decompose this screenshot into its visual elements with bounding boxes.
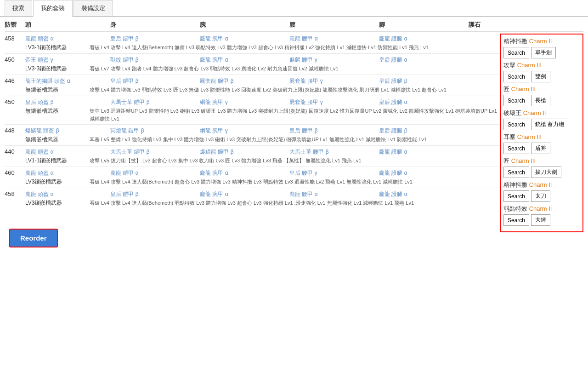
cell-name: 龐龍 頭盔 α (25, 35, 110, 43)
charm-item: 匠 Charm IIISearch拔刀大劍 (503, 157, 580, 178)
weapon-label: 無鑲嵌槽武器 (25, 86, 90, 94)
weapon-label: LV3鑲嵌槽武器 (25, 199, 90, 207)
header-body: 身 (110, 21, 200, 29)
equipment-row-group: 448爆鱗龍 頭盔 β冥燈龍 鎧甲 β綱龍 腕甲 γ皇后 腰甲 β皇后 護腿 β… (5, 126, 500, 146)
cell-name: 大馬士革 鎧甲 β (110, 98, 200, 106)
weapon-type-button[interactable]: 單手劍 (531, 47, 556, 58)
tab-search[interactable]: 搜索 (5, 0, 32, 16)
cell-name: 帝王 頭盔 γ (25, 56, 110, 64)
search-button[interactable]: Search (503, 119, 529, 130)
cell-name: 麒麟 腰甲 γ (289, 56, 379, 64)
table-row: 450皇后 頭盔 β大馬士革 鎧甲 β綱龍 腕甲 γ屍套龍 腰甲 γ皇后 護腿 … (5, 97, 500, 106)
search-button[interactable]: Search (503, 167, 529, 178)
cell-name: 龐龍 護腿 α (379, 148, 469, 156)
cell-name: 屍套龍 腕甲 β (200, 77, 289, 85)
search-button[interactable]: Search (503, 214, 529, 226)
weapon-type-button[interactable]: 大錘 (531, 214, 550, 226)
equipment-row-group: 450皇后 頭盔 β大馬士革 鎧甲 β綱龍 腕甲 γ屍套龍 腰甲 γ皇后 護腿 … (5, 97, 500, 125)
tab-equipment-settings[interactable]: 裝備設定 (74, 0, 113, 16)
charm-label: 攻擊 Charm III (503, 61, 580, 69)
search-button[interactable]: Search (503, 95, 529, 106)
weapon-type-button[interactable]: 雙劍 (531, 71, 550, 82)
table-row: 458龐龍 頭盔 α皇后 鎧甲 β龐龍 腕甲 α龐龍 腰甲 α龐龍 護腿 α (5, 34, 500, 43)
cell-name: 龐龍 腰甲 α (289, 35, 379, 43)
cell-score: 450 (5, 56, 25, 63)
equipment-row-group: 458龐龍 頭盔 α皇后 鎧甲 β龐龍 腕甲 α龐龍 腰甲 α龐龍 護腿 αLV… (5, 34, 500, 54)
equipment-row-group: 460龐龍 頭盔 α龐龍 鎧甲 α龐龍 腕甲 α皇后 腰甲 γ龐龍 護腿 αLV… (5, 168, 500, 188)
header-waist: 腰 (289, 21, 379, 29)
charm-buttons: Search盾斧 (503, 143, 580, 154)
cell-name: 綱龍 腕甲 γ (200, 98, 289, 106)
charm-buttons: Search長槍 (503, 95, 580, 106)
cell-name: 爆鱗龍 頭盔 β (25, 127, 110, 135)
charm-buttons: Search銃槍 蓄力砲 (503, 119, 580, 130)
cell-name: 屍套龍 腰甲 γ (289, 77, 379, 85)
cell-name: 龐龍 腕甲 α (200, 190, 289, 198)
charm-buttons: Search拔刀大劍 (503, 167, 580, 178)
skills-text: 攻擊 Lv5 拔刀術【技】 Lv3 超會心 Lv3 集中 Lv3 收刀術 Lv3… (90, 157, 500, 165)
cell-name: 龍王的獨眼 頭盔 α (25, 77, 110, 85)
cell-name: 獸紋 鎧甲 β (110, 56, 200, 64)
skills-text: 集中 Lv3 迴避距離UP Lv3 防禦性能 Lv3 砲術 Lv3 破壞王 Lv… (90, 107, 500, 122)
weapon-type-button[interactable]: 銃槍 蓄力砲 (531, 119, 568, 130)
skills-text: 看破 Lv4 攻擊 Lv4 達人藝(Behemoth) 無傭 Lv3 弱點特效 … (90, 44, 500, 52)
cell-score: 450 (5, 98, 25, 105)
cell-name: 皇后 腰甲 β (289, 127, 379, 135)
reorder-button[interactable]: Reorder (9, 229, 58, 247)
weapon-type-button[interactable]: 拔刀大劍 (531, 167, 561, 178)
equipment-area: 458龐龍 頭盔 α皇后 鎧甲 β龐龍 腕甲 α龐龍 腰甲 α龐龍 護腿 αLV… (5, 34, 583, 232)
cell-name: 龐龍 鎧甲 α (110, 169, 200, 177)
cell-name: 龐龍 護腿 α (379, 169, 469, 177)
charm-label: 匠 Charm III (503, 85, 580, 93)
cell-name: 皇后 護腿 β (379, 77, 469, 85)
cell-name: 冥燈龍 鎧甲 β (110, 127, 200, 135)
cell-name: 龐龍 頭盔 α (25, 190, 110, 198)
cell-name: 龐龍 頭盔 α (25, 148, 110, 156)
cell-name: 龐龍 腰甲 α (289, 190, 379, 198)
cell-name: 皇后 鎧甲 β (110, 190, 200, 198)
charm-label: 精神抖擻 Charm II (503, 37, 580, 46)
weapon-label: LV3-3鑲嵌槽武器 (25, 65, 90, 73)
weapon-type-button[interactable]: 太刀 (531, 190, 550, 202)
equipment-row-group: 458龐龍 頭盔 α皇后 鎧甲 β龐龍 腕甲 α龐龍 腰甲 α龐龍 護腿 αLV… (5, 189, 500, 209)
cell-name: 龐龍 護腿 α (379, 190, 469, 198)
skills-row: LV3鑲嵌槽武器看破 Lv4 攻擊 Lv4 達人藝(Behemoth) 超會心 … (5, 177, 500, 186)
charm-buttons: Search單手劍 (503, 47, 580, 58)
main-content: 防禦 頭 身 腕 腰 腳 護石 458龐龍 頭盔 α皇后 鎧甲 β龐龍 腕甲 α… (0, 21, 588, 232)
charm-label: 弱點特效 Charm II (503, 205, 580, 213)
cell-name: 綱龍 腕甲 γ (200, 127, 289, 135)
table-row: 448爆鱗龍 頭盔 β冥燈龍 鎧甲 β綱龍 腕甲 γ皇后 腰甲 β皇后 護腿 β (5, 126, 500, 135)
skills-row: LV3鑲嵌槽武器看破 Lv4 攻擊 Lv4 達人藝(Behemoth) 弱點特效… (5, 198, 500, 207)
charm-label: 精神抖擻 Charm II (503, 181, 580, 189)
equipment-list: 458龐龍 頭盔 α皇后 鎧甲 β龐龍 腕甲 α龐龍 腰甲 α龐龍 護腿 αLV… (5, 34, 500, 232)
table-row: 458龐龍 頭盔 α皇后 鎧甲 β龐龍 腕甲 α龐龍 腰甲 α龐龍 護腿 α (5, 189, 500, 198)
weapon-label: 無鑲嵌槽武器 (25, 136, 90, 144)
charm-buttons: Search太刀 (503, 190, 580, 202)
tab-my-sets[interactable]: 我的套裝 (33, 0, 73, 17)
cell-name: 屍套龍 腰甲 γ (289, 98, 379, 106)
cell-name: 皇后 頭盔 β (25, 98, 110, 106)
header-defense: 防禦 (5, 21, 25, 29)
charm-item: 耳塞 Charm IIISearch盾斧 (503, 133, 580, 154)
charm-item: 匠 Charm IIISearch長槍 (503, 85, 580, 106)
skills-text: 耳塞 Lv5 整備 Lv3 強化持續 Lv3 集中 Lv3 體力增強 Lv3 砲… (90, 136, 500, 144)
equipment-row-group: 440龐龍 頭盔 α大馬士革 鎧甲 β爆鱗龍 腕甲 β大馬士革 腰甲 β龐龍 護… (5, 147, 500, 167)
column-headers: 防禦 頭 身 腕 腰 腳 護石 (5, 21, 583, 32)
skills-row: 無鑲嵌槽武器集中 Lv3 迴避距離UP Lv3 防禦性能 Lv3 砲術 Lv3 … (5, 106, 500, 122)
equipment-row-group: 450帝王 頭盔 γ獸紋 鎧甲 β龐龍 腕甲 α麒麟 腰甲 γ皇后 護腿 αLV… (5, 55, 500, 75)
equipment-row-group: 446龍王的獨眼 頭盔 α皇后 鎧甲 β屍套龍 腕甲 β屍套龍 腰甲 γ皇后 護… (5, 76, 500, 96)
table-row: 450帝王 頭盔 γ獸紋 鎧甲 β龐龍 腕甲 α麒麟 腰甲 γ皇后 護腿 α (5, 55, 500, 64)
search-button[interactable]: Search (503, 190, 529, 202)
weapon-type-button[interactable]: 長槍 (531, 95, 550, 106)
search-button[interactable]: Search (503, 143, 529, 154)
cell-name: 龐龍 頭盔 α (25, 169, 110, 177)
charm-buttons: Search雙劍 (503, 71, 580, 82)
cell-score: 460 (5, 169, 25, 176)
header-leg: 腳 (379, 21, 469, 29)
weapon-type-button[interactable]: 盾斧 (531, 143, 550, 154)
table-row: 460龐龍 頭盔 α龐龍 鎧甲 α龐龍 腕甲 α皇后 腰甲 γ龐龍 護腿 α (5, 168, 500, 177)
skills-text: 看破 Lv7 攻擊 Lv4 跑者 Lv4 體力增強 Lv3 超會心 Lv3 弱點… (90, 65, 500, 73)
search-button[interactable]: Search (503, 47, 529, 58)
search-button[interactable]: Search (503, 71, 529, 82)
charm-item: 弱點特效 Charm IISearch大錘 (503, 205, 580, 226)
